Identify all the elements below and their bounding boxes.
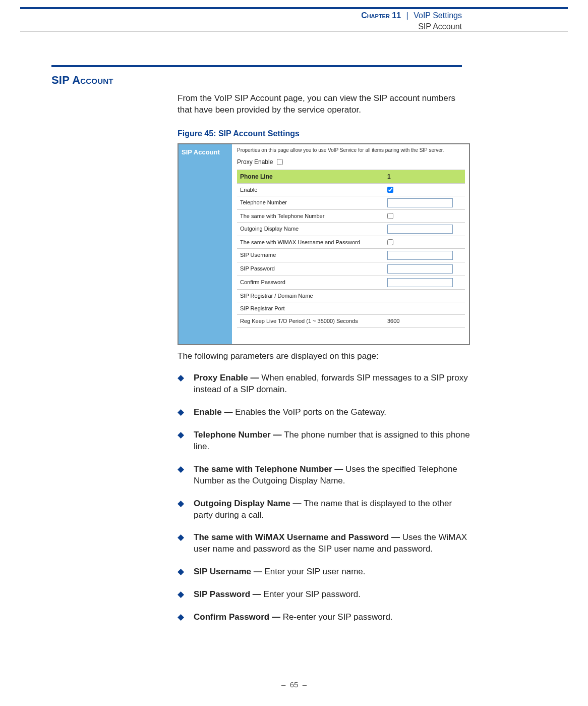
- screenshot-sidebar: SIP Account: [179, 144, 232, 344]
- ss-row-label: SIP Username: [237, 249, 384, 262]
- list-item: ◆Outgoing Display Name — The name that i…: [178, 498, 470, 521]
- ss-row-label: SIP Password: [237, 262, 384, 276]
- bullet-text: Telephone Number — The phone number that…: [194, 429, 470, 453]
- ss-row-value: [384, 196, 465, 210]
- content-area: From the VoIP SIP Account page, you can …: [178, 93, 470, 345]
- ss-input[interactable]: [387, 264, 453, 274]
- screenshot-table: Phone Line1EnableTelephone NumberThe sam…: [237, 170, 465, 328]
- bullet-desc: Enter your SIP user name.: [264, 567, 365, 576]
- screenshot-panel: SIP Account Properties on this page allo…: [178, 143, 470, 345]
- diamond-icon: ◆: [178, 464, 187, 487]
- ss-input[interactable]: [387, 278, 453, 287]
- bullet-term: The same with WiMAX Username and Passwor…: [194, 532, 402, 542]
- ss-input[interactable]: [387, 225, 453, 234]
- ss-row-value: [384, 236, 465, 249]
- bullet-term: Telephone Number —: [194, 430, 284, 440]
- proxy-enable-label: Proxy Enable: [237, 158, 273, 166]
- intro-text: From the VoIP SIP Account page, you can …: [178, 93, 470, 116]
- bullet-text: The same with Telephone Number — Uses th…: [194, 464, 470, 487]
- ss-row-value: 1: [384, 170, 465, 184]
- ss-checkbox[interactable]: [387, 187, 393, 193]
- ss-input[interactable]: [387, 198, 453, 207]
- proxy-enable-row: Proxy Enable: [237, 158, 465, 166]
- bullet-desc: Enter your SIP password.: [264, 589, 361, 599]
- bullet-list: ◆Proxy Enable — When enabled, forwards S…: [178, 372, 470, 623]
- bullet-text: Proxy Enable — When enabled, forwards SI…: [194, 372, 470, 396]
- bullet-term: SIP Password —: [194, 589, 264, 599]
- bullet-term: The same with Telephone Number —: [194, 464, 345, 474]
- bullet-term: SIP Username —: [194, 567, 264, 576]
- bullet-term: Proxy Enable —: [194, 373, 261, 383]
- list-item: ◆SIP Password — Enter your SIP password.: [178, 589, 470, 601]
- diamond-icon: ◆: [178, 407, 187, 418]
- header-line-1: Chapter 11 | VoIP Settings: [361, 10, 462, 21]
- section-title: SIP Account: [51, 74, 113, 87]
- ss-checkbox[interactable]: [387, 239, 393, 245]
- ss-row-label: Outgoing Display Name: [237, 223, 384, 236]
- section-rule: [51, 65, 462, 67]
- header-voip: VoIP Settings: [414, 11, 462, 20]
- diamond-icon: ◆: [178, 566, 187, 578]
- list-item: ◆SIP Username — Enter your SIP user name…: [178, 566, 470, 578]
- ss-row-value: [384, 276, 465, 290]
- page-header: Chapter 11 | VoIP Settings SIP Account: [361, 10, 462, 32]
- page-footer: – 65 –: [0, 680, 588, 689]
- ss-row-label: Confirm Password: [237, 276, 384, 290]
- header-sep: |: [406, 11, 408, 20]
- chapter-label: Chapter 11: [361, 11, 401, 20]
- ss-row-value: [384, 302, 465, 315]
- list-item: ◆Enable — Enables the VoIP ports on the …: [178, 407, 470, 418]
- list-item: ◆Confirm Password — Re-enter your SIP pa…: [178, 612, 470, 623]
- list-item: ◆The same with Telephone Number — Uses t…: [178, 464, 470, 487]
- ss-row-label: SIP Registrar / Domain Name: [237, 290, 384, 302]
- ss-row-label: Phone Line: [237, 170, 384, 184]
- ss-row-value: [384, 210, 465, 223]
- screenshot-main: Properties on this page allow you to use…: [232, 144, 469, 344]
- diamond-icon: ◆: [178, 612, 187, 623]
- figure-caption: Figure 45: SIP Account Settings: [178, 129, 470, 138]
- diamond-icon: ◆: [178, 372, 187, 396]
- bullet-text: Enable — Enables the VoIP ports on the G…: [194, 407, 386, 418]
- bullet-term: Confirm Password —: [194, 612, 283, 622]
- screenshot-desc: Properties on this page allow you to use…: [237, 147, 465, 153]
- bullet-text: Outgoing Display Name — The name that is…: [194, 498, 470, 521]
- ss-row-label: Enable: [237, 184, 384, 196]
- bullet-text: SIP Username — Enter your SIP user name.: [194, 566, 366, 578]
- ss-row-label: The same with Telephone Number: [237, 210, 384, 223]
- bullet-desc: Re-enter your SIP password.: [283, 612, 393, 622]
- bullet-text: The same with WiMAX Username and Passwor…: [194, 532, 470, 555]
- header-sub: SIP Account: [361, 21, 462, 32]
- bullet-term: Enable —: [194, 407, 235, 417]
- bullet-text: SIP Password — Enter your SIP password.: [194, 589, 361, 601]
- diamond-icon: ◆: [178, 498, 187, 521]
- ss-row-value: [384, 249, 465, 262]
- diamond-icon: ◆: [178, 429, 187, 453]
- ss-row-value: [384, 184, 465, 196]
- ss-plain-value: 3600: [387, 318, 399, 324]
- ss-row-label: SIP Registrar Port: [237, 302, 384, 315]
- diamond-icon: ◆: [178, 532, 187, 555]
- bullet-desc: Enables the VoIP ports on the Gateway.: [235, 407, 386, 417]
- list-item: ◆The same with WiMAX Username and Passwo…: [178, 532, 470, 555]
- params-intro: The following parameters are displayed o…: [178, 351, 470, 361]
- ss-row-label: The same with WiMAX Username and Passwor…: [237, 236, 384, 249]
- ss-row-label: Reg Keep Live T/O Period (1 ~ 35000) Sec…: [237, 315, 384, 328]
- ss-row-value: [384, 223, 465, 236]
- ss-checkbox[interactable]: [387, 213, 393, 219]
- bullet-text: Confirm Password — Re-enter your SIP pas…: [194, 612, 393, 623]
- proxy-enable-checkbox[interactable]: [277, 159, 283, 165]
- ss-row-value: 3600: [384, 315, 465, 328]
- list-item: ◆Proxy Enable — When enabled, forwards S…: [178, 372, 470, 396]
- list-item: ◆Telephone Number — The phone number tha…: [178, 429, 470, 453]
- top-rule: [20, 7, 568, 9]
- below-area: The following parameters are displayed o…: [178, 328, 470, 634]
- ss-row-label: Telephone Number: [237, 196, 384, 210]
- ss-input[interactable]: [387, 251, 453, 260]
- ss-row-value: [384, 262, 465, 276]
- header-rule: [20, 31, 568, 32]
- diamond-icon: ◆: [178, 589, 187, 601]
- bullet-term: Outgoing Display Name —: [194, 499, 304, 508]
- screenshot-sidebar-title: SIP Account: [182, 148, 229, 156]
- ss-row-value: [384, 290, 465, 302]
